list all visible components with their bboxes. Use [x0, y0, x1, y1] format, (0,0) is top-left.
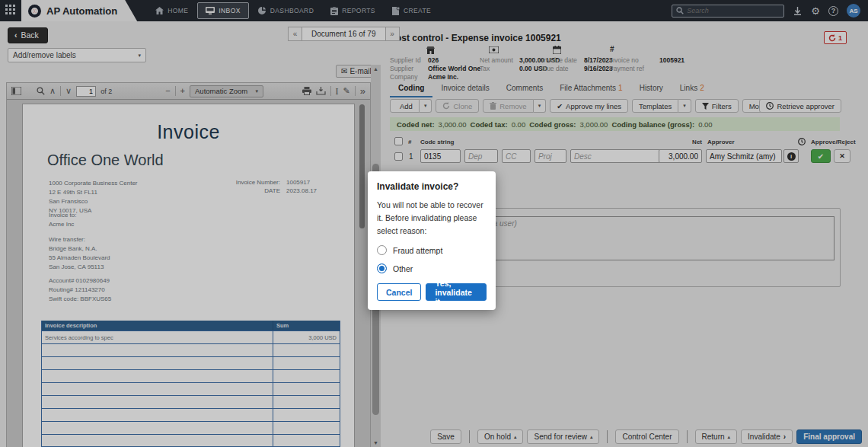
cancel-button[interactable]: Cancel — [377, 283, 421, 301]
invalidate-dialog: Invalidate invoice? You will not be able… — [368, 171, 496, 310]
dialog-actions: Cancel Yes, invalidate it — [377, 283, 487, 301]
dialog-body: You will not be able to recover it. Befo… — [377, 199, 487, 237]
radio-unchecked-icon[interactable] — [377, 245, 387, 255]
dialog-title: Invalidate invoice? — [377, 181, 487, 192]
confirm-invalidate-button[interactable]: Yes, invalidate it — [426, 283, 487, 301]
reason-option-other[interactable]: Other — [377, 263, 487, 273]
ap-automation-app: AP Automation HOME INBOX DASHBOARD REPOR… — [0, 0, 868, 447]
reason-option-fraud[interactable]: Fraud attempt — [377, 245, 487, 255]
radio-checked-icon[interactable] — [377, 263, 387, 273]
